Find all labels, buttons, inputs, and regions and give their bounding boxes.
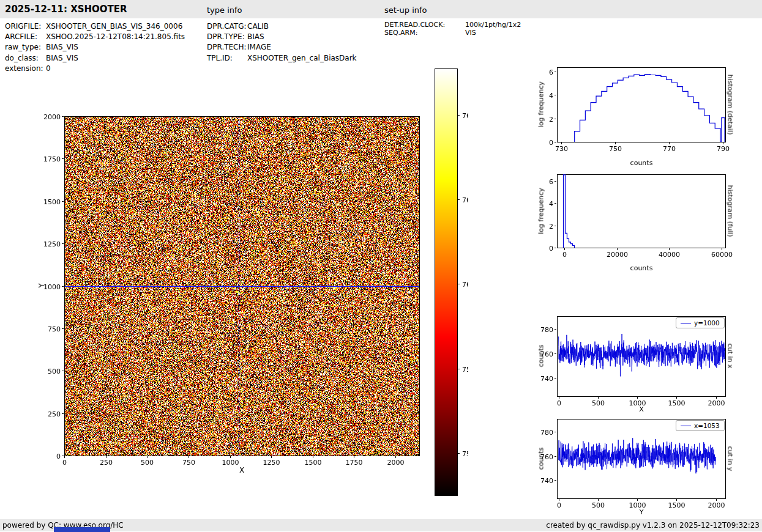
meta-seq-arm: SEQ.ARM: VIS — [384, 29, 521, 37]
meta-read-clock-label: DET.READ.CLOCK: — [384, 21, 465, 29]
setup-info-heading: set-up info — [384, 6, 427, 15]
meta-origfile-label: ORIGFILE: — [5, 21, 46, 32]
bias-image-canvas — [37, 107, 428, 474]
meta-dpr-catg-value: CALIB — [247, 21, 269, 32]
histogram-detail-canvas — [531, 59, 734, 172]
header-bar: 2025-12-11: XSHOOTER type info set-up in… — [0, 0, 762, 18]
meta-read-clock-value: 100k/1pt/hg/1x2 — [465, 21, 521, 29]
histogram-detail-side-label: histogram (detail) — [727, 75, 734, 135]
cut-in-x-ylabel: counts — [537, 345, 545, 368]
legend-line-icon — [681, 426, 691, 426]
meta-seq-arm-value: VIS — [465, 29, 476, 37]
meta-dpr-type-value: BIAS — [247, 32, 264, 42]
type-info-heading: type info — [207, 6, 242, 15]
meta-dpr-tech: DPR.TECH: IMAGE — [207, 42, 357, 53]
meta-read-clock: DET.READ.CLOCK: 100k/1pt/hg/1x2 — [384, 21, 521, 29]
cut-in-y-ylabel: counts — [537, 448, 545, 470]
colorbar-canvas — [430, 64, 468, 500]
file-info-block: ORIGFILE: XSHOOTER_GEN_BIAS_VIS_346_0006… — [5, 21, 185, 74]
meta-origfile-value: XSHOOTER_GEN_BIAS_VIS_346_0006 — [46, 21, 182, 32]
meta-dpr-catg: DPR.CATG: CALIB — [207, 21, 357, 32]
footer-bar: powered by QC: www.eso.org/HC created by… — [0, 519, 762, 531]
meta-extension: extension: 0 — [5, 64, 185, 74]
cut-in-y-xlabel: Y — [640, 508, 644, 516]
meta-tpl-id-label: TPL.ID: — [207, 53, 247, 64]
meta-dpr-type-label: DPR.TYPE: — [207, 32, 247, 42]
legend-line-icon — [681, 323, 691, 323]
cut-in-x-side-label: cut in x — [727, 344, 734, 369]
cut-in-y-legend-label: x=1053 — [694, 422, 720, 429]
meta-extension-value: 0 — [46, 64, 51, 74]
meta-do-class-label: do_class: — [5, 53, 46, 64]
meta-tpl-id: TPL.ID: XSHOOTER_gen_cal_BiasDark — [207, 53, 357, 64]
footer-created-by: created by qc_rawdisp.py v1.2.3 on 2025-… — [546, 521, 760, 530]
meta-dpr-catg-label: DPR.CATG: — [207, 21, 247, 32]
meta-arcfile: ARCFILE: XSHOO.2025-12-12T08:14:21.805.f… — [5, 32, 185, 42]
bottom-blue-bar — [54, 527, 110, 532]
meta-do-class-value: BIAS_VIS — [46, 53, 78, 64]
histogram-full-ylabel: log frequency — [537, 188, 545, 234]
meta-arcfile-label: ARCFILE: — [5, 32, 46, 42]
meta-do-class: do_class: BIAS_VIS — [5, 53, 185, 64]
cut-in-y-legend: x=1053 — [676, 420, 725, 431]
type-info-block: DPR.CATG: CALIB DPR.TYPE: BIAS DPR.TECH:… — [207, 21, 357, 64]
meta-seq-arm-label: SEQ.ARM: — [384, 29, 465, 37]
meta-origfile: ORIGFILE: XSHOOTER_GEN_BIAS_VIS_346_0006 — [5, 21, 185, 32]
page-title: 2025-12-11: XSHOOTER — [5, 4, 127, 15]
meta-dpr-tech-label: DPR.TECH: — [207, 42, 247, 53]
meta-extension-label: extension: — [5, 64, 46, 74]
cut-in-x-legend-label: y=1000 — [694, 319, 720, 327]
cut-in-x-legend: y=1000 — [676, 317, 725, 328]
meta-dpr-type: DPR.TYPE: BIAS — [207, 32, 357, 42]
meta-dpr-tech-value: IMAGE — [247, 42, 271, 53]
histogram-full-xlabel: counts — [630, 264, 653, 272]
meta-arcfile-value: XSHOO.2025-12-12T08:14:21.805.fits — [46, 32, 185, 42]
meta-raw-type-value: BIAS_VIS — [46, 42, 78, 53]
bias-image-ylabel: Y — [37, 283, 46, 287]
histogram-full-canvas — [531, 165, 734, 279]
bias-image-xlabel: X — [239, 466, 244, 475]
meta-raw-type: raw_type: BIAS_VIS — [5, 42, 185, 53]
setup-info-block: DET.READ.CLOCK: 100k/1pt/hg/1x2 SEQ.ARM:… — [384, 21, 521, 37]
cut-in-y-side-label: cut in y — [727, 446, 734, 471]
histogram-detail-ylabel: log frequency — [537, 81, 545, 127]
meta-raw-type-label: raw_type: — [5, 42, 46, 53]
histogram-full-side-label: histogram (full) — [727, 185, 734, 237]
meta-tpl-id-value: XSHOOTER_gen_cal_BiasDark — [247, 53, 357, 64]
